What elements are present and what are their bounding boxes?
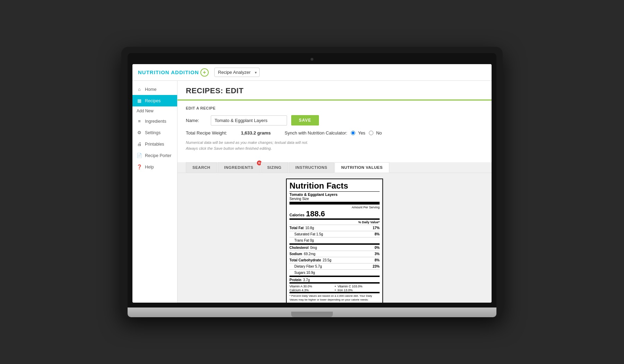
nf-row-total-carb: Total Carbohydrate 23.5g 8% — [289, 258, 380, 262]
notice-text: Numerical data will be saved as you make… — [186, 140, 483, 151]
sidebar-item-recipes[interactable]: ▦ Recipes — [132, 95, 177, 106]
webcam — [311, 58, 313, 61]
sidebar-item-settings[interactable]: ⚙ Settings — [132, 127, 177, 138]
sidebar: ⌂ Home ▦ Recipes Add New ≡ Ingredients — [132, 81, 177, 303]
nf-row-trans-fat: Trans Fat 0g — [289, 238, 380, 243]
nf-amount-per: Amount Per Serving — [289, 206, 380, 209]
page-header: RECIPES: EDIT — [177, 81, 492, 101]
app-dropdown[interactable]: Recipe Analyzer — [214, 68, 260, 77]
tab-ingredients[interactable]: INGREDIENTS 6 — [218, 162, 260, 173]
synch-row: Synch with Nutrition Calculator: Yes No — [285, 130, 382, 136]
nf-vitamin-c: • Vitamin C 103.0% — [335, 285, 380, 288]
sidebar-label-printables: Printables — [145, 142, 164, 147]
tab-nutrition-values[interactable]: NUTRITION VALUES — [335, 162, 389, 173]
tabs-bar: SEARCH INGREDIENTS 6 SIZING INSTRUCTIONS — [177, 162, 492, 173]
synch-yes-radio[interactable] — [351, 131, 355, 135]
notice-line2: Always click the Save button when finish… — [186, 146, 272, 150]
nf-iron: • Iron 13.0% — [335, 288, 380, 292]
sidebar-item-printables[interactable]: 🖨 Printables — [132, 138, 177, 150]
name-label: Name: — [186, 118, 207, 123]
screen-bezel: NUTRITION ADDITION + Recipe Analyzer ⌂ H… — [128, 53, 496, 307]
synch-no-label: No — [376, 130, 382, 136]
nf-footnote-text: * Percent Daily Values are based on a 2,… — [289, 294, 380, 302]
nutrition-panel: Nutrition Facts Tomato & Eggplant Layers… — [177, 173, 492, 303]
name-form-row: Name: SAVE — [186, 115, 483, 125]
nf-row-sugars: Sugars 10.9g — [289, 270, 380, 275]
dropdown-wrapper[interactable]: Recipe Analyzer — [214, 68, 260, 77]
weight-row: Total Recipe Weight: 1,633.2 grams Synch… — [186, 130, 483, 136]
printables-icon: 🖨 — [137, 141, 142, 147]
app-header: NUTRITION ADDITION + Recipe Analyzer — [132, 64, 492, 81]
content-area: EDIT A RECIPE Name: SAVE Total Recipe We… — [177, 101, 492, 162]
help-icon: ❓ — [137, 164, 142, 170]
screen: NUTRITION ADDITION + Recipe Analyzer ⌂ H… — [132, 64, 492, 303]
nf-vitamins: Vitamin A 30.0% • Vitamin C 103.0% Calci… — [289, 282, 380, 292]
tab-sizing[interactable]: SIZING — [261, 162, 288, 173]
nf-calories-value: 188.6 — [306, 209, 325, 218]
nf-row-protein: Protein 3.7g — [289, 278, 380, 282]
sidebar-item-help[interactable]: ❓ Help — [132, 161, 177, 173]
weight-label: Total Recipe Weight: — [186, 130, 227, 136]
recipe-name-input[interactable] — [211, 115, 287, 125]
synch-yes-group: Yes — [351, 130, 365, 136]
app-body: ⌂ Home ▦ Recipes Add New ≡ Ingredients — [132, 81, 492, 303]
nf-recipe-name: Tomato & Eggplant Layers — [289, 192, 380, 197]
logo: NUTRITION ADDITION + — [138, 68, 209, 77]
ingredients-icon: ≡ — [137, 119, 142, 124]
nf-footnote: * Percent Daily Values are based on a 2,… — [289, 292, 380, 303]
nf-row-cholesterol: Cholesterol 0mg 0% — [289, 245, 380, 250]
sidebar-item-home[interactable]: ⌂ Home — [132, 84, 177, 95]
nf-row-sodium: Sodium 69.2mg 3% — [289, 252, 380, 256]
nf-row-sat-fat: Saturated Fat 1.5g 8% — [289, 232, 380, 236]
sidebar-item-ingredients[interactable]: ≡ Ingredients — [132, 115, 177, 127]
nf-calories-row: Calories 188.6 — [289, 209, 380, 218]
nf-row-total-fat: Total Fat 10.8g 17% — [289, 226, 380, 230]
settings-icon: ⚙ — [137, 130, 142, 135]
sidebar-label-add-new: Add New — [137, 109, 154, 113]
laptop-shell: NUTRITION ADDITION + Recipe Analyzer ⌂ H… — [121, 47, 503, 317]
nf-title: Nutrition Facts — [289, 181, 380, 192]
weight-value: 1,633.2 grams — [241, 130, 271, 136]
sidebar-label-settings: Settings — [145, 130, 161, 135]
nf-serving-size: Serving Size — [289, 197, 380, 201]
page-title: RECIPES: EDIT — [186, 86, 483, 95]
logo-plus-icon: + — [200, 68, 209, 77]
nf-thick-divider-top — [289, 202, 380, 205]
sidebar-label-recipes: Recipes — [145, 98, 161, 103]
nf-calcium: Calcium 4.3% — [289, 288, 335, 292]
sidebar-label-recipe-porter: Recipe Porter — [145, 153, 171, 158]
recipes-icon: ▦ — [137, 98, 142, 103]
laptop-base — [128, 307, 496, 317]
nutrition-label: Nutrition Facts Tomato & Eggplant Layers… — [286, 179, 383, 303]
home-icon: ⌂ — [137, 87, 142, 92]
main-content: RECIPES: EDIT EDIT A RECIPE Name: SAVE T… — [177, 81, 492, 303]
synch-no-radio[interactable] — [369, 131, 373, 135]
sidebar-label-ingredients: Ingredients — [145, 119, 166, 124]
notice-line1: Numerical data will be saved as you make… — [186, 140, 308, 145]
section-label: EDIT A RECIPE — [186, 106, 483, 110]
nf-vitamin-a: Vitamin A 30.0% — [289, 285, 335, 288]
nf-calories-label: Calories — [289, 213, 304, 217]
synch-label: Synch with Nutrition Calculator: — [285, 130, 347, 136]
save-button[interactable]: SAVE — [291, 115, 319, 125]
recipe-porter-icon: 📄 — [137, 153, 142, 158]
sidebar-label-help: Help — [145, 165, 154, 170]
synch-yes-label: Yes — [358, 130, 365, 136]
synch-no-group: No — [369, 130, 382, 136]
sidebar-label-home: Home — [145, 87, 156, 92]
sidebar-item-recipe-porter[interactable]: 📄 Recipe Porter — [132, 150, 177, 161]
logo-text: NUTRITION ADDITION — [138, 69, 199, 75]
tab-instructions[interactable]: INSTRUCTIONS — [289, 162, 334, 173]
tab-search[interactable]: SEARCH — [186, 162, 217, 173]
sidebar-item-add-new[interactable]: Add New — [132, 106, 177, 115]
nf-row-fiber: Dietary Fiber 5.7g 23% — [289, 264, 380, 269]
nf-daily-value-header: % Daily Value* — [289, 218, 380, 224]
